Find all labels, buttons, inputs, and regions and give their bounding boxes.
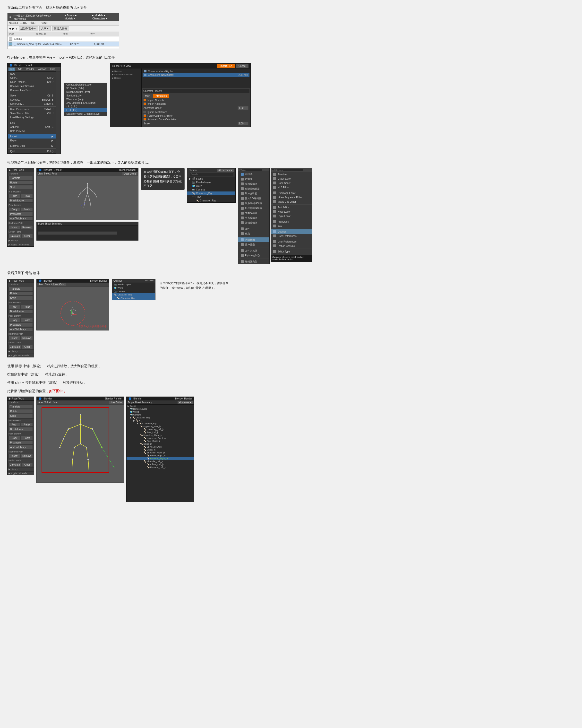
editor-animation-cn[interactable]: 动画编辑器 <box>238 182 269 186</box>
menu-append[interactable]: AppendShift F1 <box>8 125 56 129</box>
tree-spine1[interactable]: 🦴 Spine1 (ROOT) <box>127 445 194 448</box>
btn-rotate-3[interactable]: Rotate <box>8 409 33 413</box>
btn-copy-2[interactable]: Copy <box>8 318 20 322</box>
menu-3d-pose[interactable]: Pose <box>52 172 57 176</box>
btn-forward[interactable]: ▶ <box>12 27 14 30</box>
btn-breakdowner-2[interactable]: Breakdowner <box>8 309 33 313</box>
menu-save-copy[interactable]: Save Copy...Ctrl Alt S <box>8 102 56 106</box>
menu-3d-view[interactable]: View <box>38 172 43 176</box>
editor-type-en[interactable]: Editor Type <box>271 249 312 254</box>
outliner-rig-child-2[interactable]: 🦴 Character_Rig <box>112 296 155 300</box>
btn-insert[interactable]: Insert <box>8 225 20 229</box>
outliner-scene-selector[interactable]: All Scenes ▼ <box>217 168 234 172</box>
btn-rotate[interactable]: Rotate <box>8 181 33 185</box>
outliner-camera[interactable]: 📷 Camera <box>187 188 235 191</box>
import-stanford[interactable]: Stanford (.ply) <box>64 94 107 98</box>
btn-propagate[interactable]: Propagate <box>8 212 33 216</box>
menu-edit[interactable]: 编辑(E) <box>9 21 18 25</box>
editor-uv-en[interactable]: UV/Image Editor <box>271 191 312 195</box>
select-arm[interactable]: Select <box>45 401 51 404</box>
editor-text-en[interactable]: Text Editor <box>271 205 312 209</box>
btn-insert-3[interactable]: Insert <box>8 454 20 458</box>
tree-char-rig-3[interactable]: ▶ 🦴 Character_Rig <box>127 422 194 425</box>
import-fbx-button[interactable]: Import FBX <box>217 64 235 68</box>
cb-import-normals[interactable] <box>143 99 146 101</box>
btn-insert-2[interactable]: Insert <box>8 336 20 340</box>
btn-copy[interactable]: Copy <box>8 207 20 211</box>
tree-elbow-right[interactable]: 🦴 Elbow_Right_jn <box>127 454 194 457</box>
outliner-search-input[interactable] <box>190 173 233 176</box>
btn-translate-3[interactable]: Translate <box>8 405 33 409</box>
outliner-camera-2[interactable]: 📷 Camera <box>112 290 155 293</box>
tab-armatures[interactable]: Armatures <box>153 94 169 98</box>
menu-render[interactable]: Render <box>25 68 35 71</box>
import-svg[interactable]: Scalable Vector Graphics (.svg) <box>64 112 107 116</box>
menu-external-data[interactable]: External Data▶ <box>8 144 56 148</box>
menu-help[interactable]: 帮助(H) <box>41 21 50 25</box>
outliner-world-2[interactable]: 🌍 World <box>112 286 155 290</box>
btn-paste-3[interactable]: Paste <box>21 436 33 440</box>
tree-upper-right[interactable]: 🦴 UpperLeg_Right_jn <box>127 434 194 437</box>
btn-relax-2[interactable]: Relax <box>21 305 33 309</box>
editor-logic-cn[interactable]: 逻辑编辑器 <box>238 220 269 225</box>
menu-open[interactable]: Open...Ctrl O <box>8 76 56 80</box>
btn-back[interactable]: ◀ <box>9 27 11 30</box>
tree-lower-right[interactable]: 🦴 LowerLeg_Right_jn <box>127 437 194 440</box>
btn-relax-3[interactable]: Relax <box>21 422 33 427</box>
import-obj[interactable]: Wavefront (.obj) <box>64 98 107 101</box>
menu-save-as[interactable]: Save As...Shift Ctrl S <box>8 98 56 102</box>
btn-calc-3[interactable]: Calculate <box>8 463 21 467</box>
menu-window[interactable]: Window <box>36 68 48 71</box>
btn-scale-3[interactable]: Scale <box>8 414 33 418</box>
fbx-file-item-1[interactable]: Characters NewRig.fbx <box>142 70 249 73</box>
btn-copy-3[interactable]: Copy <box>8 436 20 440</box>
outliner-character-rig[interactable]: 🦴 Character_Rig <box>187 191 235 195</box>
new-folder-btn[interactable]: 新建文件夹 <box>52 26 69 31</box>
tree-chest[interactable]: 🦴 Chest_jn <box>127 448 194 451</box>
editor-nla-cn[interactable]: NLA编辑器 <box>238 191 269 196</box>
menu-new[interactable]: New <box>8 72 56 76</box>
tree-foot-left[interactable]: 🦴 Foot_Left_jn <box>127 431 194 434</box>
editor-clip-en[interactable]: Movie Clip Editor <box>271 200 312 204</box>
btn-breakdowner[interactable]: Breakdowner <box>8 199 33 203</box>
menu-recover-last[interactable]: Recover Last Session <box>8 84 56 88</box>
editor-3d-cn[interactable]: 3D视图 <box>238 172 269 177</box>
menu-help[interactable]: Help <box>49 68 57 71</box>
btn-translate[interactable]: Translate <box>8 176 33 180</box>
menu-quit[interactable]: QuitCtrl Q <box>8 149 56 153</box>
outliner-scene[interactable]: ▶ 🎬 Scene <box>187 177 235 181</box>
editor-node-cn[interactable]: 节点编辑器 <box>238 215 269 220</box>
editor-node-en[interactable]: Node Editor <box>271 209 312 214</box>
view-arm[interactable]: View <box>38 401 43 404</box>
btn-add-library-3[interactable]: Add To Library <box>8 445 33 449</box>
editor-type-cn[interactable]: 编辑器类型 <box>238 259 269 264</box>
btn-remove-2[interactable]: Remove <box>21 336 33 340</box>
editor-text-cn[interactable]: 文本编辑器 <box>238 211 269 215</box>
tree-renderlayers[interactable]: 📷 RenderLayers <box>127 408 194 410</box>
menu-recover-auto[interactable]: Recover Auto Save... <box>8 88 56 92</box>
outliner-flow[interactable]: 〰 Flow <box>187 195 235 199</box>
tree-lower-left[interactable]: 🦴 LowerLeg_Left_jn <box>127 428 194 431</box>
btn-propagate-2[interactable]: Propagate <box>8 323 33 327</box>
input-scale[interactable] <box>238 122 248 125</box>
editor-driver-cn[interactable]: 驾驶员编辑器 <box>238 186 269 191</box>
btn-propagate-3[interactable]: Propagate <box>8 441 33 445</box>
tree-camera[interactable]: 📷 Camera <box>127 413 194 416</box>
menu-import[interactable]: Import▶ <box>8 134 56 138</box>
btn-breakdowner-3[interactable]: Breakdowner <box>8 427 33 431</box>
tree-upper-left[interactable]: 🦴 UpperLeg_Left_jn <box>127 425 194 428</box>
btn-calculate[interactable]: Calculate <box>8 234 21 238</box>
editor-props-cn[interactable]: 属性 <box>238 227 269 231</box>
editor-props-en[interactable]: Properties <box>271 219 312 224</box>
tab-main[interactable]: Main <box>142 94 153 98</box>
outliner-render-layers[interactable]: 📷 RenderLayers <box>187 181 235 184</box>
btn-add-library[interactable]: Add To Library <box>8 216 33 220</box>
btn-paste[interactable]: Paste <box>21 207 33 211</box>
btn-push[interactable]: Push <box>8 194 20 198</box>
import-bvh[interactable]: Motion Capture (.bvh) <box>64 90 107 94</box>
tree-scene[interactable]: ▶ Scene <box>127 405 194 408</box>
btn-paste-2[interactable]: Paste <box>21 318 33 322</box>
filter-btn[interactable]: 过滤到面中▼ <box>19 26 38 31</box>
file-row-1[interactable]: Simple <box>7 36 119 42</box>
editor-console-cn[interactable]: Python控制台 <box>238 253 269 258</box>
